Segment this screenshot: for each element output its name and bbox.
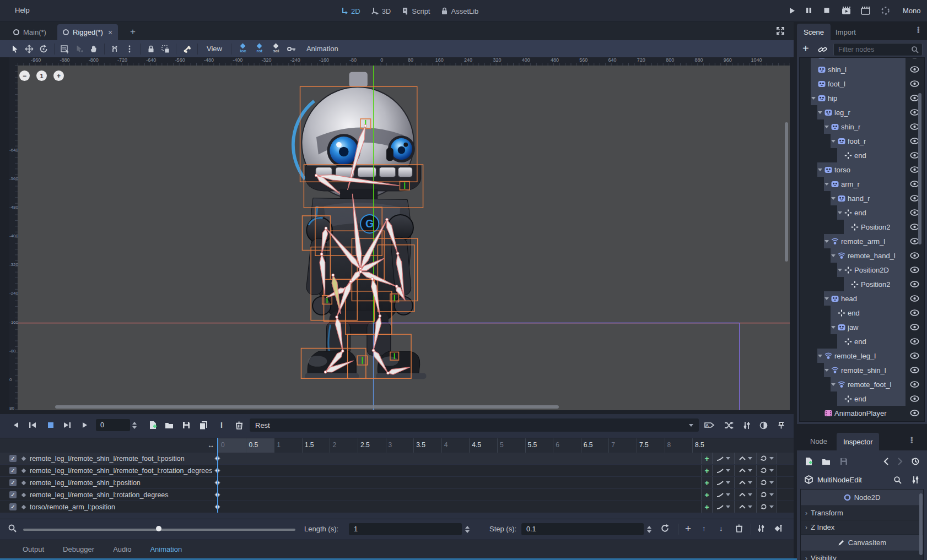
pin-animation-player-icon[interactable]	[774, 418, 788, 432]
step-stepper[interactable]	[646, 523, 653, 535]
expand-arrow-icon[interactable]	[824, 369, 829, 372]
help-menu[interactable]: Help	[15, 6, 30, 14]
scene-tree-row[interactable]: AnimationPlayer	[800, 406, 924, 420]
canvas-vertical-scrollbar[interactable]	[785, 122, 788, 262]
zoom-out-button[interactable]: −	[19, 70, 30, 81]
expand-arrow-icon[interactable]	[824, 183, 829, 186]
animation-track-row[interactable]: ✓ remote_leg_l/remote_shin_l:position +	[0, 477, 794, 488]
zoom-reset-button[interactable]: 1	[36, 70, 47, 81]
filter-nodes-input[interactable]	[833, 43, 923, 56]
tab-rigged-scene[interactable]: Rigged(*) ×	[57, 24, 118, 40]
animation-name-dropdown[interactable]: Rest	[250, 418, 699, 432]
pause-button[interactable]	[805, 7, 812, 14]
list-select-icon[interactable]	[58, 42, 72, 56]
2d-canvas[interactable]: G	[18, 66, 790, 410]
close-tab-icon[interactable]: ×	[108, 28, 112, 37]
interpolation-mode-dropdown[interactable]	[734, 489, 756, 501]
visibility-eye-icon[interactable]	[906, 352, 923, 359]
interpolation-mode-dropdown[interactable]	[734, 477, 756, 488]
view-menu[interactable]: View	[201, 45, 228, 53]
visibility-eye-icon[interactable]	[906, 324, 923, 330]
visibility-eye-icon[interactable]	[906, 367, 923, 373]
interpolation-mode-dropdown[interactable]	[734, 465, 756, 476]
snap-options-dots-icon[interactable]	[122, 42, 137, 56]
dock-options-dots-icon[interactable]: •••	[917, 27, 920, 34]
visibility-eye-icon[interactable]	[906, 66, 923, 73]
update-mode-dropdown[interactable]	[712, 501, 734, 513]
loop-mode-dropdown[interactable]	[756, 477, 777, 488]
select-pivot-icon[interactable]	[72, 42, 87, 56]
interpolation-mode-dropdown[interactable]	[734, 501, 756, 513]
scene-tree-row[interactable]: remote_hand_l	[800, 248, 924, 263]
scene-tree-row[interactable]: remote_arm_l	[800, 234, 924, 248]
visibility-eye-icon[interactable]	[906, 338, 923, 345]
tab-import[interactable]: Import	[829, 24, 863, 40]
history-back-icon[interactable]	[879, 455, 893, 468]
play-custom-scene-button[interactable]	[861, 6, 870, 15]
stop-button[interactable]	[823, 7, 830, 14]
onion-skinning-icon[interactable]	[756, 418, 770, 432]
rotate-tool-icon[interactable]	[36, 42, 51, 56]
add-key-button[interactable]: +	[701, 465, 712, 476]
add-track-button[interactable]: +	[685, 523, 691, 535]
inspector-options-dots-icon[interactable]: •••	[910, 437, 913, 444]
save-resource-icon[interactable]	[837, 455, 851, 468]
animation-track-row[interactable]: ✓ remote_leg_l/remote_shin_l:rotation_de…	[0, 489, 794, 501]
expand-arrow-icon[interactable]	[831, 326, 836, 329]
tab-scene[interactable]: Scene	[797, 24, 831, 40]
scene-tree-scrollbar[interactable]	[918, 93, 921, 244]
move-track-down-icon[interactable]: ↓	[719, 524, 723, 532]
rename-animation-icon[interactable]: I	[214, 418, 229, 432]
length-input[interactable]	[349, 523, 462, 535]
add-key-button[interactable]: +	[701, 453, 712, 464]
duplicate-animation-icon[interactable]	[196, 418, 211, 432]
expand-arrow-icon[interactable]	[811, 97, 816, 100]
interpolation-mode-dropdown[interactable]	[734, 453, 756, 464]
scene-tree-row[interactable]: arm_r	[800, 177, 924, 191]
delete-animation-icon[interactable]	[232, 418, 246, 432]
loop-mode-dropdown[interactable]	[756, 489, 777, 501]
length-stepper[interactable]	[464, 523, 471, 535]
inspector-search-icon[interactable]	[893, 476, 902, 484]
scene-tree-row[interactable]	[800, 57, 924, 62]
zoom-in-button[interactable]: +	[53, 70, 64, 81]
update-mode-dropdown[interactable]	[712, 465, 734, 476]
expand-arrow-icon[interactable]	[824, 297, 829, 300]
step-input[interactable]	[521, 523, 644, 535]
bottom-dock-tab[interactable]: Audio	[113, 545, 131, 553]
visibility-eye-icon[interactable]	[906, 295, 923, 302]
inspector-section-row[interactable]: › Z Index	[801, 520, 923, 535]
inspector-tools-icon[interactable]	[912, 476, 919, 484]
bone-tool-icon[interactable]	[180, 42, 194, 56]
move-track-up-icon[interactable]: ↑	[702, 524, 706, 532]
inspector-section-row[interactable]: › CanvasItem	[801, 535, 923, 551]
select-tool-icon[interactable]	[8, 42, 22, 56]
scene-tree-row[interactable]: end	[800, 205, 924, 220]
scene-tree-row[interactable]: foot_l	[800, 77, 924, 91]
update-mode-dropdown[interactable]	[712, 489, 734, 501]
history-forward-icon[interactable]	[893, 455, 907, 468]
key-insert-icon[interactable]	[774, 524, 782, 532]
play-scene-button[interactable]	[842, 6, 851, 15]
track-enabled-checkbox[interactable]: ✓	[9, 479, 17, 486]
animation-track-row[interactable]: ✓ remote_leg_l/remote_shin_l/remote_foot…	[0, 465, 794, 476]
scene-tree-row[interactable]: shin_r	[800, 119, 924, 134]
bottom-dock-tab[interactable]: Animation	[150, 545, 182, 553]
scene-tree-row[interactable]: remote_leg_l	[800, 349, 924, 363]
add-key-button[interactable]: +	[701, 489, 712, 501]
scene-tree-row[interactable]: Position2	[800, 220, 924, 234]
track-enabled-checkbox[interactable]: ✓	[9, 467, 17, 474]
visibility-eye-icon[interactable]	[906, 381, 923, 388]
add-key-button[interactable]: +	[701, 501, 712, 513]
save-animation-icon[interactable]	[179, 418, 193, 432]
loop-mode-dropdown[interactable]	[756, 453, 777, 464]
new-animation-icon[interactable]	[145, 418, 160, 432]
scene-tree-row[interactable]: end	[800, 392, 924, 406]
visibility-eye-icon[interactable]	[906, 267, 923, 273]
workspace-2d-button[interactable]: 2D	[341, 7, 360, 15]
scene-tree-row[interactable]: end	[800, 306, 924, 320]
workspace-script-button[interactable]: Script	[402, 7, 430, 15]
scene-tree-row[interactable]: remote_shin_l	[800, 363, 924, 377]
stop-animation-icon[interactable]	[44, 418, 58, 432]
inspector-scrollbar[interactable]	[919, 493, 923, 555]
